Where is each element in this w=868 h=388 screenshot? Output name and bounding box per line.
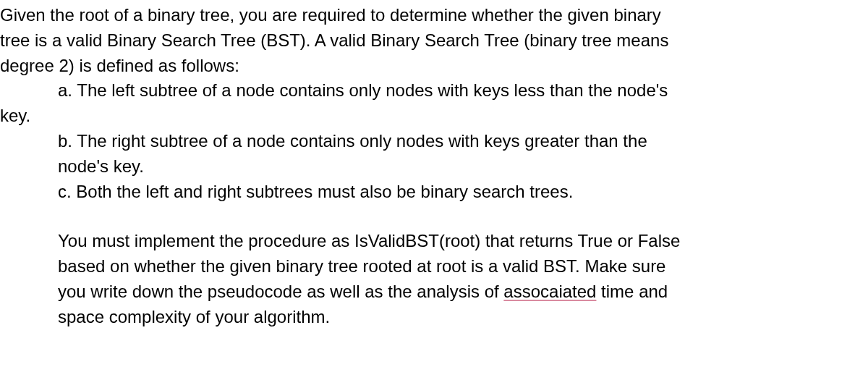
definition-item-c: c. Both the left and right subtrees must… — [0, 180, 868, 205]
task-paragraph: You must implement the procedure as IsVa… — [0, 229, 868, 329]
paragraph-spacer — [0, 204, 868, 229]
intro-line-3: degree 2) is defined as follows: — [0, 56, 239, 75]
intro-line-2: tree is a valid Binary Search Tree (BST)… — [0, 30, 668, 50]
task-line-4: space complexity of your algorithm. — [58, 307, 330, 326]
item-b-line-2: node's key. — [58, 156, 144, 176]
task-line-2: based on whether the given binary tree r… — [58, 256, 665, 276]
task-line-3b: time and — [596, 282, 668, 301]
task-line-3a: you write down the pseudocode as well as… — [58, 282, 503, 301]
misspelled-word: assocaiated — [503, 282, 596, 301]
problem-statement: Given the root of a binary tree, you are… — [0, 0, 868, 333]
intro-paragraph: Given the root of a binary tree, you are… — [0, 3, 868, 78]
definition-item-a: a. The left subtree of a node contains o… — [0, 78, 868, 104]
definition-item-b: b. The right subtree of a node contains … — [0, 129, 868, 180]
task-line-1: You must implement the procedure as IsVa… — [58, 231, 680, 250]
item-b-line-1: b. The right subtree of a node contains … — [58, 131, 647, 151]
definition-item-a-continuation: key. — [0, 104, 868, 129]
intro-line-1: Given the root of a binary tree, you are… — [0, 5, 661, 25]
